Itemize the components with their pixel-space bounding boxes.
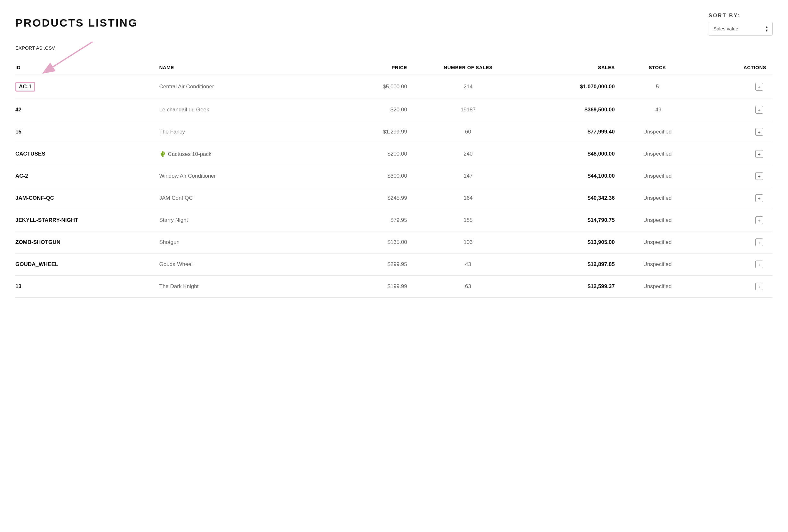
- expand-button[interactable]: +: [755, 106, 763, 114]
- cell-actions: +: [697, 99, 773, 121]
- cell-num-sales: 19187: [417, 99, 523, 121]
- cell-price: $135.00: [326, 232, 417, 254]
- expand-button[interactable]: +: [755, 260, 763, 268]
- cell-stock: Unspecified: [621, 232, 697, 254]
- cell-name: Central Air Conditioner: [159, 75, 326, 99]
- table-row: 42Le chandail du Geek$20.0019187$369,500…: [15, 99, 773, 121]
- sort-block: SORT BY: Sales value ▲▼: [709, 13, 773, 36]
- col-header-price[interactable]: PRICE: [326, 60, 417, 75]
- expand-button[interactable]: +: [755, 238, 763, 246]
- table-row: GOUDA_WHEELGouda Wheel$299.9543$12,897.8…: [15, 254, 773, 276]
- expand-button[interactable]: +: [755, 194, 763, 202]
- cell-price: $20.00: [326, 99, 417, 121]
- cell-stock: Unspecified: [621, 276, 697, 298]
- table-row: JAM-CONF-QCJAM Conf QC$245.99164$40,342.…: [15, 187, 773, 209]
- cell-actions: +: [697, 165, 773, 187]
- cell-num-sales: 164: [417, 187, 523, 209]
- cell-price: $299.95: [326, 254, 417, 276]
- cell-price: $245.99: [326, 187, 417, 209]
- col-header-name[interactable]: NAME: [159, 60, 326, 75]
- cell-id: GOUDA_WHEEL: [15, 254, 159, 276]
- cell-num-sales: 60: [417, 121, 523, 143]
- sort-select[interactable]: Sales value ▲▼: [709, 22, 773, 36]
- col-header-id[interactable]: ID: [15, 60, 159, 75]
- cell-stock: 5: [621, 75, 697, 99]
- cell-name: 🌵Cactuses 10-pack: [159, 143, 326, 165]
- cell-stock: Unspecified: [621, 209, 697, 232]
- cell-name: The Fancy: [159, 121, 326, 143]
- table-header-row: ID NAME PRICE NUMBER OF SALES SALES STOC…: [15, 60, 773, 75]
- cell-price: $1,299.99: [326, 121, 417, 143]
- cell-id: 42: [15, 99, 159, 121]
- cell-stock: Unspecified: [621, 165, 697, 187]
- cell-price: $79.95: [326, 209, 417, 232]
- sort-by-label: SORT BY:: [709, 13, 740, 19]
- table-row: AC-2Window Air Conditioner$300.00147$44,…: [15, 165, 773, 187]
- cell-stock: Unspecified: [621, 254, 697, 276]
- sort-select-value: Sales value: [713, 26, 738, 32]
- cell-id: JAM-CONF-QC: [15, 187, 159, 209]
- cell-name: Le chandail du Geek: [159, 99, 326, 121]
- cell-actions: +: [697, 121, 773, 143]
- products-table: ID NAME PRICE NUMBER OF SALES SALES STOC…: [15, 60, 773, 298]
- cell-name: Shotgun: [159, 232, 326, 254]
- cell-num-sales: 63: [417, 276, 523, 298]
- cell-name: JAM Conf QC: [159, 187, 326, 209]
- col-header-stock[interactable]: STOCK: [621, 60, 697, 75]
- cell-id: ZOMB-SHOTGUN: [15, 232, 159, 254]
- cell-stock: Unspecified: [621, 121, 697, 143]
- table-row: JEKYLL-STARRY-NIGHTStarry Night$79.95185…: [15, 209, 773, 232]
- cell-id: 13: [15, 276, 159, 298]
- expand-button[interactable]: +: [755, 172, 763, 180]
- export-csv-link[interactable]: EXPORT AS .CSV: [15, 45, 55, 51]
- cell-stock: Unspecified: [621, 187, 697, 209]
- cell-id: AC-1: [15, 75, 159, 99]
- cell-actions: +: [697, 143, 773, 165]
- cactus-icon: 🌵: [159, 151, 166, 157]
- cell-sales: $14,790.75: [523, 209, 621, 232]
- page-title: PRODUCTS LISTING: [15, 17, 138, 29]
- cell-num-sales: 103: [417, 232, 523, 254]
- cell-sales: $48,000.00: [523, 143, 621, 165]
- cell-stock: Unspecified: [621, 143, 697, 165]
- cell-name: Window Air Conditioner: [159, 165, 326, 187]
- expand-button[interactable]: +: [755, 283, 763, 290]
- cell-sales: $44,100.00: [523, 165, 621, 187]
- cell-sales: $369,500.00: [523, 99, 621, 121]
- table-row: 15The Fancy$1,299.9960$77,999.40Unspecif…: [15, 121, 773, 143]
- col-header-num-sales[interactable]: NUMBER OF SALES: [417, 60, 523, 75]
- cell-price: $200.00: [326, 143, 417, 165]
- cell-sales: $77,999.40: [523, 121, 621, 143]
- cell-sales: $1,070,000.00: [523, 75, 621, 99]
- cell-name: Starry Night: [159, 209, 326, 232]
- expand-button[interactable]: +: [755, 128, 763, 136]
- table-row: AC-1Central Air Conditioner$5,000.00214$…: [15, 75, 773, 99]
- expand-button[interactable]: +: [755, 150, 763, 158]
- cell-actions: +: [697, 209, 773, 232]
- expand-button[interactable]: +: [755, 83, 763, 91]
- cell-price: $5,000.00: [326, 75, 417, 99]
- cell-sales: $40,342.36: [523, 187, 621, 209]
- col-header-sales[interactable]: SALES: [523, 60, 621, 75]
- cell-actions: +: [697, 75, 773, 99]
- cell-id: CACTUSES: [15, 143, 159, 165]
- cell-id: 15: [15, 121, 159, 143]
- cell-stock: -49: [621, 99, 697, 121]
- cell-actions: +: [697, 232, 773, 254]
- cell-name: Gouda Wheel: [159, 254, 326, 276]
- table-row: ZOMB-SHOTGUNShotgun$135.00103$13,905.00U…: [15, 232, 773, 254]
- annotation-highlight-box: AC-1: [15, 82, 35, 92]
- cell-num-sales: 240: [417, 143, 523, 165]
- table-row: CACTUSES🌵Cactuses 10-pack$200.00240$48,0…: [15, 143, 773, 165]
- expand-button[interactable]: +: [755, 216, 763, 224]
- select-caret-icon: ▲▼: [765, 25, 768, 32]
- cell-actions: +: [697, 187, 773, 209]
- table-row: 13The Dark Knight$199.9963$12,599.37Unsp…: [15, 276, 773, 298]
- cell-sales: $12,599.37: [523, 276, 621, 298]
- cell-price: $199.99: [326, 276, 417, 298]
- cell-actions: +: [697, 276, 773, 298]
- cell-num-sales: 185: [417, 209, 523, 232]
- cell-num-sales: 214: [417, 75, 523, 99]
- cell-num-sales: 43: [417, 254, 523, 276]
- cell-sales: $13,905.00: [523, 232, 621, 254]
